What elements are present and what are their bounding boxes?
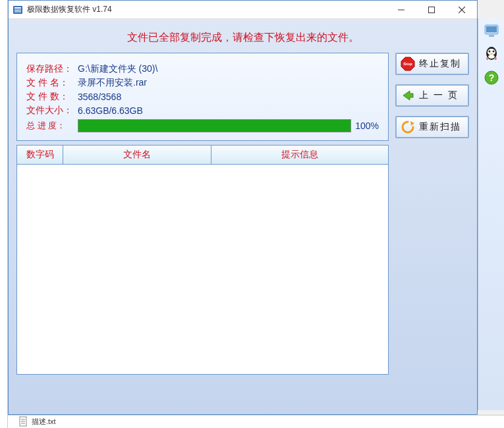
- side-qq-icon[interactable]: [478, 42, 504, 66]
- prev-page-button[interactable]: 上 一 页: [395, 84, 469, 107]
- svg-rect-4: [429, 7, 435, 13]
- col-message[interactable]: 提示信息: [211, 146, 388, 164]
- count-label: 文 件 数：: [26, 91, 78, 103]
- close-button[interactable]: [447, 1, 477, 19]
- maximize-button[interactable]: [416, 1, 447, 19]
- svg-rect-1: [14, 7, 21, 9]
- progress-percent: 100%: [355, 120, 379, 131]
- progress-label: 总 进 度：: [26, 120, 78, 132]
- stop-icon: Stop: [401, 57, 415, 71]
- col-filename[interactable]: 文件名: [63, 146, 211, 164]
- svg-point-17: [488, 55, 495, 59]
- size-value: 6.63GB/6.63GB: [78, 105, 143, 116]
- table-body: [17, 165, 388, 374]
- refresh-icon: [401, 120, 415, 134]
- text-file-icon: [18, 416, 29, 427]
- app-icon: [13, 5, 23, 15]
- size-label: 文件大小：: [26, 105, 78, 117]
- table-header: 数字码 文件名 提示信息: [17, 146, 388, 165]
- path-value: G:\新建文件夹 (30)\: [78, 63, 157, 75]
- col-code[interactable]: 数字码: [17, 146, 63, 164]
- titlebar[interactable]: 极限数据恢复软件 v1.74: [9, 1, 477, 19]
- svg-point-16: [493, 51, 495, 53]
- side-help-icon[interactable]: ?: [478, 66, 504, 90]
- minimize-button[interactable]: [386, 1, 416, 19]
- desktop-file-name: 描述.txt: [32, 417, 56, 427]
- svg-text:Stop: Stop: [403, 62, 412, 66]
- info-panel: 保存路径：G:\新建文件夹 (30)\ 文 件 名：录屏不用安装.rar 文 件…: [16, 53, 389, 141]
- arrow-left-icon: [401, 88, 415, 103]
- svg-text:?: ?: [489, 72, 495, 83]
- rescan-button[interactable]: 重新扫描: [395, 116, 469, 138]
- side-toolbar: ?: [478, 18, 504, 410]
- status-banner: 文件已全部复制完成，请检查下恢复出来的文件。: [16, 26, 469, 53]
- stop-copy-button[interactable]: Stop 终止复制: [395, 53, 469, 75]
- app-window: 极限数据恢复软件 v1.74 文件已全部复制完成，请检查下恢复出来的文件。 保存…: [8, 0, 478, 415]
- path-label: 保存路径：: [26, 63, 78, 75]
- svg-point-15: [489, 51, 491, 53]
- svg-rect-12: [489, 35, 494, 37]
- result-table: 数字码 文件名 提示信息: [16, 145, 389, 375]
- progress-bar: [78, 119, 351, 132]
- progress-fill: [78, 120, 350, 132]
- svg-rect-2: [14, 9, 21, 13]
- client-area: 文件已全部复制完成，请检查下恢复出来的文件。 保存路径：G:\新建文件夹 (30…: [9, 19, 477, 414]
- svg-rect-11: [486, 26, 497, 32]
- name-label: 文 件 名：: [26, 77, 78, 89]
- svg-marker-9: [410, 121, 414, 126]
- window-title: 极限数据恢复软件 v1.74: [27, 4, 386, 15]
- prev-label: 上 一 页: [419, 90, 459, 101]
- count-value: 3568/3568: [78, 92, 121, 102]
- desktop-edge: [8, 415, 504, 428]
- rescan-label: 重新扫描: [419, 121, 461, 133]
- name-value: 录屏不用安装.rar: [78, 77, 147, 89]
- svg-point-18: [490, 53, 493, 55]
- stop-label: 终止复制: [419, 58, 461, 70]
- desktop-file[interactable]: 描述.txt: [18, 416, 56, 427]
- side-computer-icon[interactable]: [478, 18, 504, 42]
